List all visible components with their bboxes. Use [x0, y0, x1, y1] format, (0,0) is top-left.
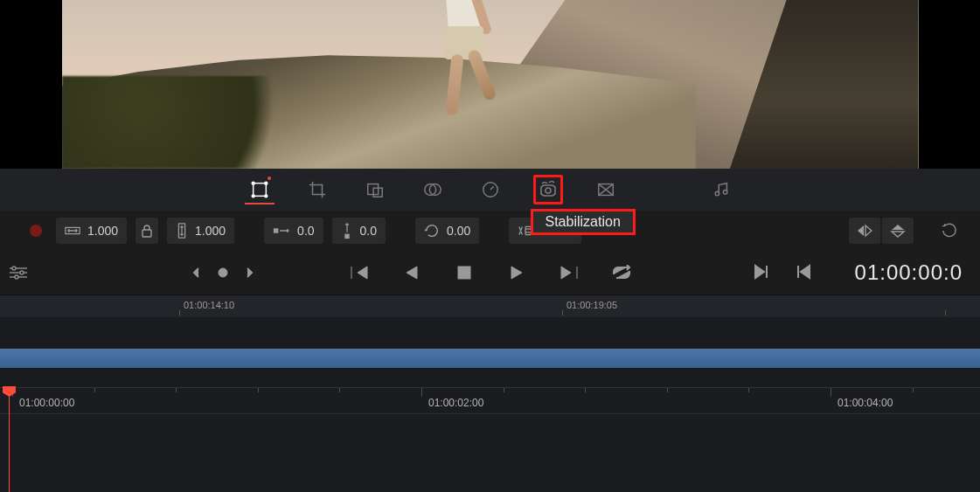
tooltip-label: Stabilization	[546, 214, 621, 229]
svg-point-27	[15, 275, 18, 279]
flip-v-icon	[889, 224, 907, 238]
tooltip-stabilization: Stabilization	[531, 209, 636, 235]
svg-rect-21	[142, 230, 151, 237]
transport-bar: 01:00:00:0	[0, 251, 980, 295]
preview-frame	[62, 0, 919, 169]
tab-audio[interactable]	[706, 175, 736, 204]
flip-vertical-button[interactable]	[882, 218, 914, 244]
playhead[interactable]	[9, 388, 10, 492]
rotation-value: 0.00	[447, 224, 470, 238]
tab-dynamic-zoom[interactable]	[360, 175, 390, 204]
svg-point-18	[715, 191, 719, 196]
rotation-icon	[424, 223, 440, 239]
sliders-icon	[9, 265, 28, 281]
go-end-button[interactable]	[556, 260, 582, 286]
keyframe-nav	[187, 263, 259, 282]
svg-point-25	[12, 267, 16, 270]
crop-icon	[308, 180, 327, 199]
svg-rect-23	[274, 228, 278, 232]
zoom-link-button[interactable]	[136, 218, 158, 244]
next-icon	[754, 264, 769, 280]
playback-controls	[346, 260, 635, 286]
play-reverse-button[interactable]	[399, 260, 425, 286]
svg-point-10	[546, 188, 551, 193]
tab-crop[interactable]	[302, 175, 332, 204]
ruler-label: 01:00:14:10	[184, 300, 234, 310]
position-y-icon	[341, 222, 353, 239]
next-keyframe-button[interactable]	[240, 263, 259, 282]
position-x-icon	[273, 225, 290, 237]
chevron-right-icon	[245, 267, 254, 279]
color-icon	[654, 180, 673, 199]
svg-point-12	[662, 183, 664, 185]
reset-button[interactable]	[935, 218, 964, 244]
play-reverse-icon	[405, 265, 419, 281]
keyframe-marker-button[interactable]	[213, 263, 233, 282]
transform-icon	[250, 180, 269, 199]
circle-icon	[218, 267, 228, 278]
clip[interactable]	[0, 349, 980, 368]
tab-composite[interactable]	[418, 175, 448, 204]
main-timeline-ruler[interactable]: 01:00:00:00 01:00:02:00 01:00:04:00	[0, 388, 980, 414]
svg-rect-29	[458, 267, 470, 279]
prev-keyframe-button[interactable]	[187, 263, 206, 282]
zoom-x-field[interactable]: 1.000	[56, 218, 127, 244]
prev-clip-button[interactable]	[796, 264, 811, 282]
tab-lens[interactable]	[591, 175, 621, 204]
options-button[interactable]	[7, 265, 30, 281]
svg-point-26	[20, 271, 24, 274]
tab-transform[interactable]	[245, 175, 275, 204]
loop-button[interactable]	[608, 260, 635, 286]
stop-icon	[457, 266, 471, 280]
audio-icon	[712, 180, 731, 199]
timecode-display[interactable]: 01:00:00:0	[855, 260, 963, 285]
svg-point-4	[264, 195, 267, 197]
speed-icon	[481, 180, 500, 199]
keyframe-toggle[interactable]	[30, 225, 42, 237]
svg-point-16	[657, 191, 659, 193]
prev-icon	[796, 264, 811, 280]
composite-icon	[423, 180, 442, 199]
svg-point-2	[264, 182, 267, 184]
position-y-field[interactable]: 0.0	[332, 218, 386, 244]
svg-point-3	[252, 195, 254, 197]
go-start-button[interactable]	[346, 260, 372, 286]
skip-forward-icon	[560, 265, 579, 281]
position-x-field[interactable]: 0.0	[264, 218, 323, 244]
mini-timeline-track[interactable]	[0, 317, 980, 387]
stabilization-icon	[538, 179, 559, 200]
zoom-y-field[interactable]: 1.000	[167, 218, 234, 244]
ruler-label: 01:00:04:00	[838, 397, 893, 409]
zoom-x-icon	[65, 225, 80, 237]
lens-icon	[596, 180, 615, 199]
svg-point-14	[666, 191, 669, 193]
position-y-value: 0.0	[360, 224, 377, 238]
tab-speed[interactable]	[476, 175, 505, 204]
svg-point-28	[219, 268, 227, 277]
viewer[interactable]	[0, 0, 980, 169]
svg-point-19	[723, 190, 727, 194]
position-x-value: 0.0	[297, 224, 314, 238]
ruler-label: 01:00:19:05	[566, 300, 617, 310]
svg-point-17	[657, 186, 659, 189]
flip-horizontal-button[interactable]	[849, 218, 880, 244]
play-button[interactable]	[504, 260, 530, 286]
chevron-left-icon	[192, 267, 201, 279]
skip-back-icon	[350, 265, 369, 281]
mini-timeline-ruler[interactable]: 01:00:14:10 01:00:19:05	[0, 295, 980, 317]
rotation-field[interactable]: 0.00	[415, 218, 479, 244]
tab-color[interactable]	[649, 175, 678, 204]
svg-rect-24	[344, 234, 349, 239]
ruler-label: 01:00:00:00	[19, 397, 74, 409]
main-timeline[interactable]: 01:00:00:00 01:00:02:00 01:00:04:00	[0, 387, 980, 492]
tab-stabilization[interactable]: Stabilization	[533, 175, 563, 204]
parameter-bar: 1.000 1.000 0.0 0.0 0.00 0.000	[0, 211, 980, 251]
dynamic-zoom-icon	[365, 180, 385, 199]
play-icon	[510, 265, 524, 281]
flip-h-icon	[856, 224, 873, 238]
stop-button[interactable]	[451, 260, 477, 286]
next-clip-button[interactable]	[754, 264, 769, 282]
lock-icon	[141, 224, 153, 238]
svg-point-15	[662, 194, 664, 197]
svg-point-1	[252, 182, 254, 184]
